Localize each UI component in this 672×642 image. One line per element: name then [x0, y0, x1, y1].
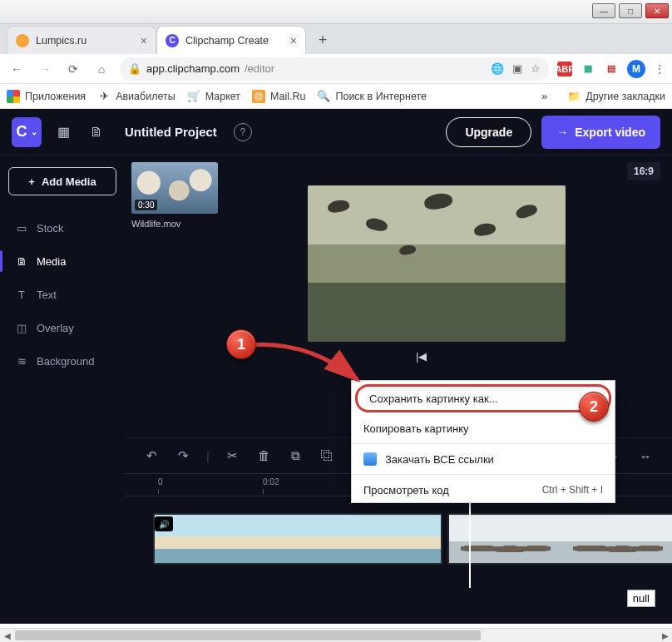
help-button[interactable]: ?	[234, 123, 252, 141]
window-minimize-button[interactable]: —	[592, 3, 615, 18]
ctx-download-all-links[interactable]: Закачать ВСЕ ссылки	[352, 447, 615, 472]
forward-button[interactable]: →	[35, 62, 55, 76]
prev-frame-button[interactable]: |◀	[416, 350, 427, 363]
aspect-ratio-badge[interactable]: 16:9	[627, 162, 660, 180]
window-close-button[interactable]: ✕	[645, 3, 669, 18]
sidebar: + Add Media ▭Stock 🗎Media TText ◫Overlay…	[0, 156, 125, 624]
duplicate-button[interactable]: ⿻	[319, 448, 336, 463]
media-filename: Wildlife.mov	[131, 219, 218, 229]
tab-title: Clipchamp Create	[185, 35, 269, 47]
home-button[interactable]: ⌂	[91, 62, 111, 76]
mail-icon: @	[252, 90, 265, 103]
sidebar-item-media[interactable]: 🗎Media	[8, 247, 116, 275]
logo-letter: C	[17, 123, 27, 141]
sidebar-item-background[interactable]: ≋Background	[8, 347, 116, 375]
export-video-button[interactable]: → Export video	[541, 116, 660, 149]
sound-icon[interactable]: 🔊	[155, 516, 173, 531]
sidebar-item-label: Media	[37, 255, 66, 268]
delete-button[interactable]: 🗑	[256, 448, 273, 463]
add-media-button[interactable]: + Add Media	[8, 167, 116, 195]
ctx-separator	[352, 443, 615, 444]
plane-icon: ✈	[97, 90, 111, 103]
abp-extension-icon[interactable]: ABP	[557, 62, 572, 77]
sidebar-item-label: Text	[37, 289, 57, 301]
media-icon: 🗎	[15, 255, 28, 268]
bookmark-label: Mail.Ru	[270, 91, 305, 102]
browser-tab-lumpics[interactable]: Lumpics.ru ×	[7, 26, 156, 54]
zoom-fit-button[interactable]: ↔	[637, 449, 654, 463]
preview-frame	[308, 185, 566, 342]
ruler-tick: 0	[158, 477, 163, 486]
bookmark-other-folder[interactable]: 📁Другие закладки	[567, 90, 665, 103]
cast-icon[interactable]: ▣	[512, 62, 522, 75]
new-tab-button[interactable]: +	[311, 28, 334, 52]
overlay-icon: ◫	[15, 322, 28, 334]
ctx-label: Сохранить картинку как...	[369, 393, 497, 405]
export-label: Export video	[575, 126, 645, 139]
window-titlebar: — □ ✕	[0, 0, 672, 24]
split-button[interactable]: ✂	[225, 448, 241, 463]
browser-toolbar: ← → ⟳ ⌂ 🔒 app.clipchamp.com/editor 🌐 ▣ ☆…	[0, 54, 672, 84]
bookmark-item[interactable]: ✈Авиабилеты	[97, 90, 175, 103]
project-title[interactable]: Untitled Project	[125, 125, 217, 139]
arrow-right-icon: →	[556, 126, 568, 139]
bookmark-label: Приложения	[25, 91, 86, 102]
bookmark-item[interactable]: 🔍Поиск в Интернете	[317, 90, 427, 103]
folder-icon: 📁	[567, 90, 581, 103]
chevron-down-icon: ⌄	[31, 127, 37, 136]
evernote-extension-icon[interactable]: ▦	[581, 62, 595, 77]
scroll-left-button[interactable]: ◀	[0, 629, 14, 642]
tab-close-icon[interactable]: ×	[141, 34, 147, 47]
annotation-marker-1: 1	[226, 329, 256, 359]
reload-button[interactable]: ⟳	[63, 62, 83, 76]
sidebar-item-overlay[interactable]: ◫Overlay	[8, 314, 116, 342]
tab-close-icon[interactable]: ×	[290, 34, 297, 47]
favicon-icon	[16, 34, 29, 47]
cart-icon: 🛒	[187, 90, 200, 103]
upgrade-button[interactable]: Upgrade	[446, 117, 531, 147]
undo-button[interactable]: ↶	[143, 448, 160, 463]
translate-icon[interactable]: 🌐	[491, 62, 504, 75]
sidebar-item-text[interactable]: TText	[8, 280, 116, 309]
horizontal-scrollbar[interactable]: ◀ ▶	[0, 628, 672, 642]
ruler-tick: 0:02	[263, 477, 279, 486]
timeline-clip[interactable]	[153, 513, 442, 565]
plus-icon: +	[28, 175, 35, 188]
browser-tab-clipchamp[interactable]: C Clipchamp Create ×	[156, 26, 306, 54]
ctx-label: Просмотреть код	[363, 484, 449, 496]
timeline-clip[interactable]	[447, 513, 672, 565]
ctx-save-image-as[interactable]: Сохранить картинку как...	[355, 384, 611, 412]
url-path: /editor	[245, 62, 274, 75]
redo-button[interactable]: ↷	[175, 448, 191, 463]
back-button[interactable]: ←	[7, 62, 27, 76]
timeline-track[interactable]: 🔊	[125, 496, 672, 588]
media-thumbnail[interactable]: 0:30	[131, 162, 218, 214]
bookmarks-overflow[interactable]: »	[541, 91, 547, 102]
scrollbar-thumb[interactable]	[15, 630, 481, 640]
bookmark-item[interactable]: 🛒Маркет	[187, 90, 240, 103]
pdf-extension-icon[interactable]: ▤	[604, 62, 619, 77]
sidebar-item-stock[interactable]: ▭Stock	[8, 214, 116, 242]
bookmark-item[interactable]: @Mail.Ru	[252, 90, 305, 103]
video-library-icon[interactable]: ▦	[52, 121, 75, 144]
document-icon[interactable]: 🗎	[85, 121, 108, 144]
ctx-separator	[352, 474, 615, 475]
app-topbar: C⌄ ▦ 🗎 Untitled Project ? Upgrade → Expo…	[0, 109, 672, 156]
bookmark-label: Другие закладки	[586, 91, 665, 102]
browser-menu-button[interactable]: ⋮	[654, 62, 665, 76]
video-preview[interactable]	[308, 185, 566, 342]
ctx-label: Копировать картинку	[363, 422, 468, 435]
scroll-right-button[interactable]: ▶	[658, 629, 672, 642]
tab-title: Lumpics.ru	[36, 35, 86, 47]
app-logo[interactable]: C⌄	[12, 117, 42, 147]
profile-avatar[interactable]: M	[627, 60, 645, 78]
copy-button[interactable]: ⧉	[288, 448, 304, 463]
bookmark-star-icon[interactable]: ☆	[531, 62, 541, 75]
apps-icon	[7, 90, 20, 103]
ctx-inspect[interactable]: Просмотреть кодCtrl + Shift + I	[352, 477, 615, 502]
window-maximize-button[interactable]: □	[619, 3, 642, 18]
ctx-copy-image[interactable]: Копировать картинку	[352, 416, 615, 441]
context-menu: Сохранить картинку как... Копировать кар…	[351, 380, 615, 503]
bookmark-apps[interactable]: Приложения	[7, 90, 86, 103]
address-bar[interactable]: 🔒 app.clipchamp.com/editor 🌐 ▣ ☆	[120, 57, 549, 81]
